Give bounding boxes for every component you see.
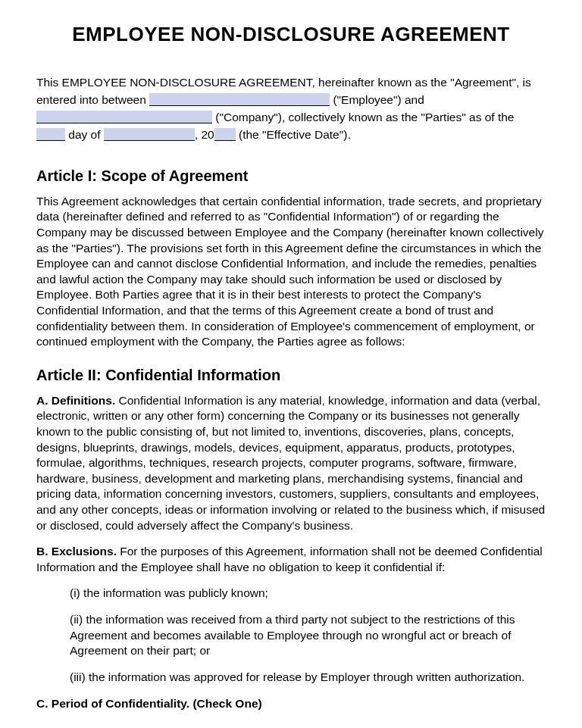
article-2-a: A. Definitions. Confidential Information… bbox=[36, 393, 546, 533]
article-2-b-label: B. Exclusions. bbox=[36, 545, 117, 558]
intro-paragraph: This EMPLOYEE NON-DISCLOSURE AGREEMENT, … bbox=[36, 75, 546, 143]
document-title: EMPLOYEE NON-DISCLOSURE AGREEMENT bbox=[36, 23, 546, 46]
article-2-a-label: A. Definitions. bbox=[36, 394, 115, 407]
article-2-heading: Article II: Confidential Information bbox=[36, 367, 546, 384]
article-2-c-label: C. Period of Confidentiality. (Check One… bbox=[36, 697, 262, 710]
article-2-b-ii: (ii) the information was received from a… bbox=[36, 612, 546, 659]
intro-text-3: ("Company"), collectively known as the "… bbox=[212, 111, 514, 123]
employee-blank[interactable] bbox=[149, 93, 330, 106]
article-1-heading: Article I: Scope of Agreement bbox=[36, 167, 546, 185]
article-2-a-body: Confidential Information is any material… bbox=[36, 394, 545, 532]
month-blank[interactable] bbox=[104, 128, 195, 141]
intro-text-2: ("Employee") and bbox=[330, 93, 424, 106]
intro-text-5: , 20 bbox=[195, 128, 214, 141]
article-1-body: This Agreement acknowledges that certain… bbox=[36, 194, 546, 350]
company-blank[interactable] bbox=[36, 111, 212, 123]
day-blank[interactable] bbox=[36, 128, 65, 141]
article-2-c: C. Period of Confidentiality. (Check One… bbox=[36, 696, 546, 712]
intro-text-6: (the "Effective Date"). bbox=[236, 128, 351, 141]
article-2-b-i: (i) the information was publicly known; bbox=[36, 586, 546, 601]
year-blank[interactable] bbox=[214, 128, 236, 141]
article-2-b: B. Exclusions. For the purposes of this … bbox=[36, 544, 546, 575]
intro-text-4: day of bbox=[65, 128, 104, 141]
article-2-b-iii: (iii) the information was approved for r… bbox=[36, 670, 546, 686]
